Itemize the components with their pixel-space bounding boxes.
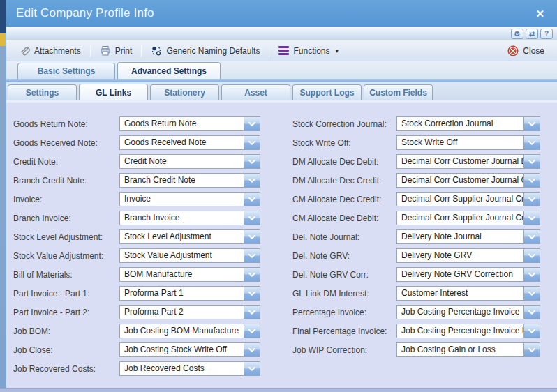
dropdown-job-close[interactable]: Job Costing Stock Write Off (119, 342, 260, 357)
dropdown-job-wip-correction[interactable]: Job Costing Gain or Loss (396, 342, 540, 357)
form-row-goods-return-note: Goods Return Note: Goods Return Note (13, 114, 278, 133)
dropdown-stock-level-adjustment[interactable]: Stock Level Adjustment (119, 229, 260, 244)
tab-label: Asset (244, 88, 267, 98)
tab-custom-fields[interactable]: Custom Fields (364, 84, 433, 100)
dropdown-cm-allocate-dec-credit[interactable]: Decimal Corr Supplier Journal Cre (396, 192, 540, 206)
form-row-cm-allocate-dec-debit: CM Allocate Dec Debit: Decimal Corr Supp… (292, 209, 554, 227)
dropdown-cm-allocate-dec-debit[interactable]: Decimal Corr Supplier Journal Cre (396, 211, 540, 225)
dropdown-chevron-button[interactable] (244, 136, 260, 149)
window-title: Edit Company Profile Info (16, 6, 154, 20)
chevron-down-icon (528, 254, 535, 258)
dropdown-value: Job Costing Percentage Invoice (397, 306, 523, 319)
dropdown-del-note-grv-corr[interactable]: Delivery Note GRV Correction (396, 267, 540, 282)
attachments-button[interactable]: Attachments (13, 43, 87, 59)
dropdown-dm-allocate-dec-credit[interactable]: Decimal Corr Customer Journal Cr (396, 173, 540, 188)
dropdown-chevron-button[interactable] (244, 306, 260, 319)
dropdown-value: Invoice (120, 193, 244, 206)
chevron-down-icon (528, 141, 535, 145)
dropdown-stock-correction-journal[interactable]: Stock Correction Journal (396, 116, 540, 131)
generic-naming-defaults-button[interactable]: Generic Naming Defaults (145, 43, 265, 59)
dropdown-job-recovered-costs[interactable]: Job Recovered Costs (119, 361, 260, 376)
tab-settings[interactable]: Settings (8, 84, 77, 100)
printer-icon (100, 45, 111, 56)
dropdown-stock-value-adjustment[interactable]: Stock Value Adjustment (119, 248, 260, 263)
dropdown-chevron-button[interactable] (523, 230, 540, 243)
dropdown-branch-invoice[interactable]: Branch Invoice (119, 211, 260, 225)
dropdown-value: Customer Interest (397, 287, 523, 300)
dropdown-value: Stock Write Off (397, 136, 523, 149)
dropdown-chevron-button[interactable] (523, 211, 540, 225)
functions-menu-button[interactable]: Functions ▾ (273, 44, 344, 58)
settings-gear-button[interactable]: ⚙ (511, 29, 523, 39)
tab-support-logs[interactable]: Support Logs (292, 84, 362, 100)
tab-asset[interactable]: Asset (221, 84, 290, 100)
tab-label: Stationery (164, 88, 205, 98)
dropdown-chevron-button[interactable] (244, 174, 260, 187)
field-label: Goods Received Note: (13, 138, 119, 148)
dropdown-chevron-button[interactable] (523, 287, 540, 300)
dropdown-chevron-button[interactable] (523, 155, 540, 168)
dropdown-chevron-button[interactable] (523, 343, 540, 356)
dropdown-chevron-button[interactable] (244, 249, 260, 262)
dropdown-del-note-grv[interactable]: Delivery Note GRV (396, 248, 540, 263)
tab-stationery[interactable]: Stationery (150, 84, 219, 100)
print-button[interactable]: Print (94, 43, 138, 59)
dropdown-chevron-button[interactable] (523, 306, 540, 319)
dropdown-value: Job Costing Stock Write Off (120, 343, 244, 356)
dropdown-chevron-button[interactable] (523, 136, 540, 149)
dropdown-percentage-invoice[interactable]: Job Costing Percentage Invoice (396, 305, 540, 319)
dropdown-job-bom[interactable]: Job Costing BOM Manufacture (119, 324, 260, 338)
dropdown-chevron-button[interactable] (244, 193, 260, 206)
chevron-down-icon (248, 273, 255, 277)
field-label: Stock Level Adjustment: (13, 232, 119, 242)
dropdown-chevron-button[interactable] (523, 193, 540, 206)
dropdown-credit-note[interactable]: Credit Note (119, 154, 260, 169)
dropdown-chevron-button[interactable] (523, 324, 540, 338)
tab-basic-settings[interactable]: Basic Settings (17, 63, 115, 79)
tab-gl-links[interactable]: GL Links (79, 84, 148, 100)
chevron-down-icon (248, 310, 255, 315)
dropdown-chevron-button[interactable] (244, 211, 260, 225)
dropdown-del-note-journal[interactable]: Delivery Note Journal (396, 229, 540, 244)
close-button[interactable]: Close (502, 43, 550, 59)
form-row-job-wip-correction: Job WIP Correction: Job Costing Gain or … (292, 340, 554, 359)
dropdown-goods-received-note[interactable]: Goods Received Note (119, 135, 260, 150)
dropdown-part-invoice-part-2[interactable]: Proforma Part 2 (119, 305, 260, 319)
dropdown-goods-return-note[interactable]: Goods Return Note (119, 116, 260, 131)
form-row-credit-note: Credit Note: Credit Note (13, 152, 278, 171)
dropdown-chevron-button[interactable] (244, 343, 260, 356)
form-row-branch-invoice: Branch Invoice: Branch Invoice (13, 209, 278, 227)
field-label: Bill of Materials: (13, 270, 119, 280)
dropdown-part-invoice-part-1[interactable]: Proforma Part 1 (119, 286, 260, 301)
dropdown-chevron-button[interactable] (244, 117, 260, 130)
dropdown-chevron-button[interactable] (523, 268, 540, 281)
dropdown-invoice[interactable]: Invoice (119, 192, 260, 206)
chevron-down-icon (528, 329, 535, 333)
dropdown-chevron-button[interactable] (244, 324, 260, 338)
dropdown-bill-of-materials[interactable]: BOM Manufacture (119, 267, 260, 282)
form-row-stock-value-adjustment: Stock Value Adjustment: Stock Value Adju… (13, 246, 278, 265)
dropdown-chevron-button[interactable] (244, 287, 260, 300)
dropdown-dm-allocate-dec-debit[interactable]: Decimal Corr Customer Journal De (396, 154, 540, 169)
dropdown-chevron-button[interactable] (523, 249, 540, 262)
dropdown-chevron-button[interactable] (523, 117, 540, 130)
dropdown-chevron-button[interactable] (244, 362, 260, 375)
dropdown-value: Stock Correction Journal (397, 117, 523, 130)
dropdown-chevron-button[interactable] (244, 230, 260, 243)
dropdown-chevron-button[interactable] (244, 268, 260, 281)
dropdown-chevron-button[interactable] (523, 174, 540, 187)
help-button[interactable]: ? (540, 29, 553, 39)
dropdown-final-percentage-invoice[interactable]: Job Costing Percentage Invoice Fi (396, 324, 540, 338)
tab-advanced-settings[interactable]: Advanced Settings (117, 62, 221, 79)
dropdown-branch-credit-note[interactable]: Branch Credit Note (119, 173, 260, 188)
chevron-down-icon (528, 160, 535, 164)
dropdown-gl-link-dm-interest[interactable]: Customer Interest (396, 286, 540, 301)
refresh-button[interactable]: ⇄ (526, 29, 538, 39)
close-red-icon (507, 45, 519, 56)
chevron-down-icon (528, 216, 535, 220)
chevron-down-icon (248, 179, 255, 183)
dropdown-stock-write-off[interactable]: Stock Write Off (396, 135, 540, 150)
dropdown-chevron-button[interactable] (244, 155, 260, 168)
field-label: Part Invoice - Part 2: (13, 308, 119, 317)
window-close-icon[interactable]: ✕ (533, 7, 547, 20)
